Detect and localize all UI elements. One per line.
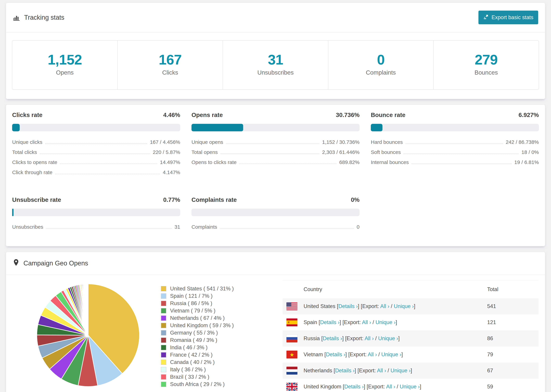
legend-label: Italy ( 36 / 2% ) xyxy=(170,366,206,373)
legend-item-vietnam: Vietnam ( 79 / 5% ) xyxy=(161,307,234,314)
slash: / xyxy=(386,368,390,373)
bracket: ] xyxy=(420,384,421,390)
progress-bar-track xyxy=(12,209,180,216)
export-unique-link[interactable]: Unique › xyxy=(390,368,410,373)
dotted-leader xyxy=(411,164,512,164)
legend-item-germany: Germany ( 55 / 3% ) xyxy=(161,329,234,336)
legend-item-romania: Romania ( 49 / 3% ) xyxy=(161,336,234,344)
legend-swatch xyxy=(161,382,166,387)
export-prefix: [Export: xyxy=(361,303,380,309)
country-column-header: Country xyxy=(304,286,487,293)
rate-detail-row: Total clicks220 / 5.87% xyxy=(12,149,180,159)
details-link[interactable]: Details › xyxy=(323,335,342,341)
export-unique-link[interactable]: Unique › xyxy=(375,319,396,325)
bracket: ] xyxy=(411,368,412,373)
legend-item-russia: Russia ( 86 / 5% ) xyxy=(161,300,234,307)
export-all-link[interactable]: All › xyxy=(368,351,377,357)
total-column-header: Total xyxy=(487,286,538,293)
rate-detail-row: Total opens2,303 / 61.446% xyxy=(191,149,360,159)
rate-title: Unsubscribe rate xyxy=(12,196,61,203)
legend-swatch xyxy=(161,337,166,343)
country-name: United States xyxy=(304,303,337,309)
legend-swatch xyxy=(161,374,166,380)
bracket: ] xyxy=(342,335,345,341)
detail-label: Unsubscribes xyxy=(12,224,43,230)
legend-swatch xyxy=(161,367,166,372)
legend-item-united-kingdom: United Kingdom ( 59 / 3% ) xyxy=(161,322,234,329)
dotted-leader xyxy=(403,154,519,154)
bracket: ] xyxy=(398,335,400,341)
country-name: Vietnam xyxy=(304,351,325,357)
bracket: [ xyxy=(343,384,344,390)
rate-panel-unsubscribe-rate: Unsubscribe rate0.77%Unsubscribes31 xyxy=(12,196,180,234)
legend-label: Germany ( 55 / 3% ) xyxy=(170,330,218,336)
export-all-link[interactable]: All › xyxy=(386,384,395,390)
export-all-link[interactable]: All › xyxy=(377,368,386,373)
detail-value: 4.147% xyxy=(163,169,180,175)
legend-swatch xyxy=(161,323,166,328)
legend-label: Netherlands ( 67 / 4% ) xyxy=(170,315,225,321)
rate-detail-rows: Unsubscribes31 xyxy=(12,224,180,234)
stat-label: Complaints xyxy=(330,69,432,76)
detail-value: 19 / 6.81% xyxy=(514,159,539,165)
details-link[interactable]: Details › xyxy=(320,319,340,325)
dotted-leader xyxy=(46,228,172,229)
geo-country-table: Country Total United States [Details ›] … xyxy=(283,280,538,392)
export-prefix: [Export: xyxy=(348,351,368,357)
country-cell: United States [Details ›] [Export: All ›… xyxy=(304,303,487,309)
dotted-leader xyxy=(239,164,336,164)
total-cell: 121 xyxy=(487,319,538,325)
export-basic-stats-button[interactable]: Export basic stats xyxy=(479,11,538,24)
table-row-united-kingdom: United Kingdom [Details ›] [Export: All … xyxy=(283,379,538,392)
export-unique-link[interactable]: Unique › xyxy=(381,351,401,357)
total-cell: 79 xyxy=(487,351,538,358)
legend-swatch xyxy=(161,315,166,321)
details-link[interactable]: Details › xyxy=(326,351,345,357)
details-link[interactable]: Details › xyxy=(335,368,354,373)
export-unique-link[interactable]: Unique › xyxy=(400,384,420,390)
stat-label: Unsubscribes xyxy=(225,69,326,76)
export-unique-link[interactable]: Unique › xyxy=(394,303,414,309)
detail-value: 0 xyxy=(357,224,360,230)
rate-detail-rows: Complaints0 xyxy=(191,224,360,234)
dotted-leader xyxy=(220,154,319,154)
details-link[interactable]: Details › xyxy=(338,303,358,309)
map-marker-icon xyxy=(13,259,19,268)
stat-label: Opens xyxy=(14,69,116,76)
export-unique-link[interactable]: Unique › xyxy=(378,335,398,341)
rate-detail-row: Unsubscribes31 xyxy=(12,224,180,234)
stat-value: 31 xyxy=(225,52,326,67)
dotted-leader xyxy=(55,174,160,174)
slash: / xyxy=(374,335,378,341)
rate-detail-row: Clicks to opens rate14.497% xyxy=(12,159,180,169)
geo-body: United States ( 541 / 31% )Spain ( 121 /… xyxy=(6,275,545,392)
stat-card-opens: 1,152Opens xyxy=(12,41,118,89)
dotted-leader xyxy=(226,143,319,144)
export-all-link[interactable]: All › xyxy=(380,303,389,309)
export-all-link[interactable]: All › xyxy=(362,319,371,325)
bracket: ] xyxy=(414,303,415,309)
flag-us-icon xyxy=(283,302,304,310)
table-row-russia: Russia [Details ›] [Export: All › / Uniq… xyxy=(283,330,538,347)
geo-table-header: Country Total xyxy=(283,280,538,298)
bracket: ] xyxy=(358,303,361,309)
progress-bar-track xyxy=(191,209,360,216)
export-all-link[interactable]: All › xyxy=(365,335,374,341)
legend-swatch xyxy=(161,301,166,306)
legend-label: South Africa ( 29 / 2% ) xyxy=(170,381,225,387)
bracket: ] xyxy=(402,351,403,357)
export-icon xyxy=(483,14,489,21)
rate-head: Complaints rate0% xyxy=(191,196,360,203)
rate-head: Bounce rate6.927% xyxy=(371,112,539,118)
stat-card-complaints: 0Complaints xyxy=(328,41,434,89)
details-link[interactable]: Details › xyxy=(344,384,364,390)
legend-label: United Kingdom ( 59 / 3% ) xyxy=(170,322,234,329)
total-cell: 86 xyxy=(487,335,538,342)
detail-value: 167 / 4.456% xyxy=(150,139,180,145)
export-prefix: [Export: xyxy=(367,384,386,390)
rate-detail-row: Opens to clicks rate689.82% xyxy=(191,159,360,169)
country-name: United Kingdom xyxy=(304,384,343,390)
detail-value: 14.497% xyxy=(160,159,180,165)
legend-item-united-states: United States ( 541 / 31% ) xyxy=(161,285,234,292)
legend-item-netherlands: Netherlands ( 67 / 4% ) xyxy=(161,314,234,322)
